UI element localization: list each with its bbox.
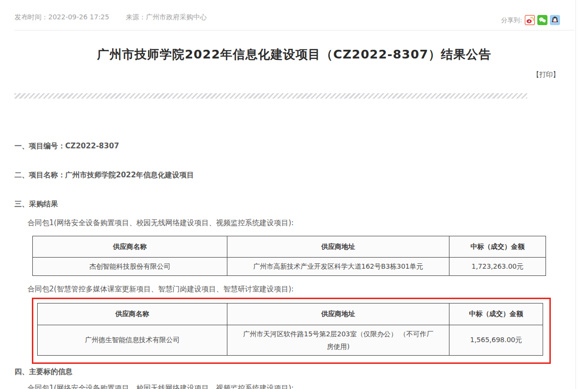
supplier-name: 杰创智能科技股份有限公司 [33,258,227,276]
supplier-address: 广州市高新技术产业开发区科学大道162号B3栋301单元 [227,258,449,276]
table-row: 广州德生智能信息技术有限公司 广州市天河区软件路15号第2层203室（仅限办公）… [38,325,543,356]
col-award-amount: 中标（成交）金额 [449,236,546,258]
col-supplier-address: 供应商地址 [227,303,449,325]
package1-label: 合同包1(网络安全设备购置项目、校园无线网络建设项目、视频监控系统建设项目): [28,218,294,228]
col-supplier-name: 供应商名称 [38,303,227,325]
col-supplier-address: 供应商地址 [227,236,449,258]
package2-label: 合同包2(智慧管控多媒体课室更新项目、智慧门岗建设项目、智慧研讨室建设项目): [28,285,294,294]
page-title: 广州市技师学院2022年信息化建设项目（CZ2022-8307）结果公告 [0,46,588,62]
section-procurement-result: 三、采购结果 [14,200,58,209]
share-label: 分享到: [501,16,522,25]
meta-divider [14,30,574,30]
qq-icon[interactable] [550,15,560,25]
col-award-amount: 中标（成交）金额 [449,303,543,325]
announcement-page: 发布时间：2022-09-26 17:25 来源：广州市政府采购中心 分享到: [0,0,588,389]
package2-result-table: 供应商名称 供应商地址 中标（成交）金额 广州德生智能信息技术有限公司 广州市天… [37,303,543,356]
share-box: 分享到: [501,15,560,25]
hatched-divider [14,93,527,99]
clipped-bottom-line: 合同包1(网络安全设备购置项目、校园无线网络建设项目、视频监控系统建设项目): [28,384,294,389]
table-header-row: 供应商名称 供应商地址 中标（成交）金额 [33,236,546,258]
supplier-address: 广州市天河区软件路15号第2层203室（仅限办公） （不可作厂房使用) [227,325,449,356]
section-project-name: 二、项目名称：广州市技师学院2022年信息化建设项目 [14,171,194,180]
section-main-subject-info: 四、主要标的信息 [14,367,72,376]
col-supplier-name: 供应商名称 [33,236,227,258]
source: 来源：广州市政府采购中心 [126,13,207,21]
publish-time: 发布时间：2022-09-26 17:25 [14,13,109,21]
supplier-name: 广州德生智能信息技术有限公司 [38,325,227,356]
print-button[interactable]: 【打印】 [532,71,560,79]
weibo-icon[interactable] [525,15,535,25]
award-amount: 1,565,698.00元 [449,325,543,356]
section-project-number: 一、项目编号：CZ2022-8307 [14,142,119,151]
meta-bar: 发布时间：2022-09-26 17:25 来源：广州市政府采购中心 [14,13,492,21]
table-header-row: 供应商名称 供应商地址 中标（成交）金额 [38,303,543,325]
package1-result-table: 供应商名称 供应商地址 中标（成交）金额 杰创智能科技股份有限公司 广州市高新技… [32,236,546,276]
share-icons [525,15,560,25]
wechat-icon[interactable] [537,15,547,25]
award-amount: 1,723,263.00元 [449,258,546,276]
table-row: 杰创智能科技股份有限公司 广州市高新技术产业开发区科学大道162号B3栋301单… [33,258,546,276]
